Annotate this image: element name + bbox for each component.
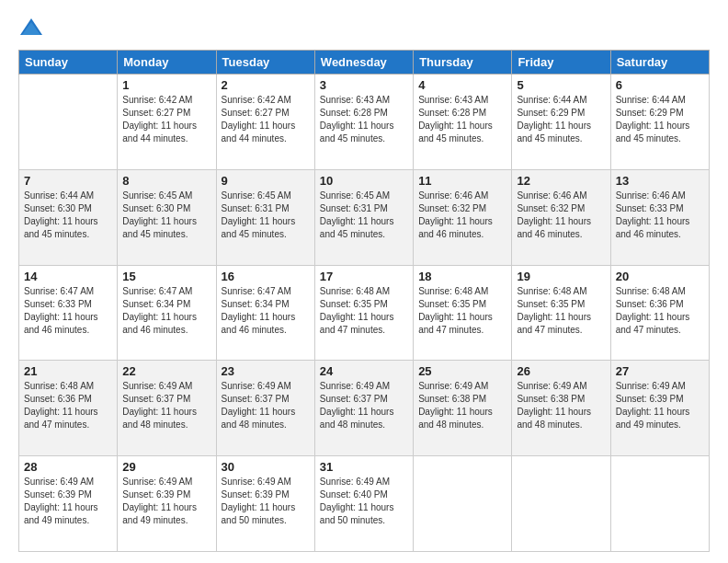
calendar-cell: 14Sunrise: 6:47 AMSunset: 6:33 PMDayligh…	[19, 265, 118, 361]
cell-info: Sunrise: 6:49 AMSunset: 6:37 PMDaylight:…	[122, 380, 210, 431]
calendar-cell: 30Sunrise: 6:49 AMSunset: 6:39 PMDayligh…	[216, 456, 314, 552]
calendar-table: Sunday Monday Tuesday Wednesday Thursday…	[18, 50, 710, 552]
cell-info: Sunrise: 6:49 AMSunset: 6:39 PMDaylight:…	[122, 476, 210, 527]
col-saturday: Saturday	[610, 51, 709, 75]
day-number: 22	[122, 364, 210, 378]
calendar-cell: 11Sunrise: 6:46 AMSunset: 6:32 PMDayligh…	[414, 169, 512, 265]
calendar-cell: 13Sunrise: 6:46 AMSunset: 6:33 PMDayligh…	[610, 169, 709, 265]
day-number: 16	[222, 270, 310, 283]
calendar-week-1: 1Sunrise: 6:42 AMSunset: 6:27 PMDaylight…	[19, 75, 710, 170]
cell-info: Sunrise: 6:48 AMSunset: 6:35 PMDaylight:…	[418, 285, 506, 337]
cell-info: Sunrise: 6:49 AMSunset: 6:39 PMDaylight:…	[24, 476, 112, 527]
calendar-body: 1Sunrise: 6:42 AMSunset: 6:27 PMDaylight…	[19, 75, 710, 552]
cell-info: Sunrise: 6:46 AMSunset: 6:32 PMDaylight:…	[418, 190, 506, 241]
cell-info: Sunrise: 6:42 AMSunset: 6:27 PMDaylight:…	[122, 94, 210, 145]
calendar-week-3: 14Sunrise: 6:47 AMSunset: 6:33 PMDayligh…	[19, 265, 710, 361]
cell-info: Sunrise: 6:48 AMSunset: 6:35 PMDaylight:…	[517, 285, 605, 337]
cell-info: Sunrise: 6:44 AMSunset: 6:29 PMDaylight:…	[517, 94, 605, 145]
calendar-cell	[414, 456, 512, 552]
cell-info: Sunrise: 6:43 AMSunset: 6:28 PMDaylight:…	[320, 94, 408, 145]
cell-info: Sunrise: 6:42 AMSunset: 6:27 PMDaylight:…	[222, 94, 310, 145]
day-number: 4	[418, 78, 506, 92]
calendar-cell: 29Sunrise: 6:49 AMSunset: 6:39 PMDayligh…	[118, 456, 216, 552]
cell-info: Sunrise: 6:47 AMSunset: 6:34 PMDaylight:…	[122, 285, 210, 337]
day-number: 14	[24, 270, 112, 283]
calendar-cell: 9Sunrise: 6:45 AMSunset: 6:31 PMDaylight…	[216, 169, 314, 265]
calendar-week-4: 21Sunrise: 6:48 AMSunset: 6:36 PMDayligh…	[19, 361, 710, 456]
calendar-cell: 23Sunrise: 6:49 AMSunset: 6:37 PMDayligh…	[216, 361, 314, 456]
day-number: 2	[222, 78, 310, 92]
cell-info: Sunrise: 6:49 AMSunset: 6:39 PMDaylight:…	[616, 380, 704, 431]
cell-info: Sunrise: 6:49 AMSunset: 6:37 PMDaylight:…	[222, 380, 310, 431]
cell-info: Sunrise: 6:45 AMSunset: 6:31 PMDaylight:…	[222, 190, 310, 241]
logo-icon	[18, 15, 44, 40]
day-number: 28	[24, 460, 112, 474]
col-sunday: Sunday	[19, 51, 118, 75]
cell-info: Sunrise: 6:48 AMSunset: 6:36 PMDaylight:…	[24, 380, 112, 431]
day-number: 26	[517, 364, 605, 378]
cell-info: Sunrise: 6:46 AMSunset: 6:32 PMDaylight:…	[517, 190, 605, 241]
day-number: 29	[122, 460, 210, 474]
logo	[18, 15, 48, 40]
day-number: 25	[418, 364, 506, 378]
day-number: 8	[122, 174, 210, 188]
col-friday: Friday	[512, 51, 610, 75]
day-number: 15	[122, 270, 210, 283]
cell-info: Sunrise: 6:49 AMSunset: 6:40 PMDaylight:…	[320, 476, 408, 527]
cell-info: Sunrise: 6:44 AMSunset: 6:30 PMDaylight:…	[24, 190, 112, 241]
day-number: 19	[517, 270, 605, 283]
day-number: 17	[320, 270, 408, 283]
cell-info: Sunrise: 6:46 AMSunset: 6:33 PMDaylight:…	[616, 190, 704, 241]
calendar-cell: 24Sunrise: 6:49 AMSunset: 6:37 PMDayligh…	[314, 361, 413, 456]
col-wednesday: Wednesday	[314, 51, 413, 75]
calendar-cell: 5Sunrise: 6:44 AMSunset: 6:29 PMDaylight…	[512, 75, 610, 170]
calendar-cell	[19, 75, 118, 170]
cell-info: Sunrise: 6:49 AMSunset: 6:39 PMDaylight:…	[222, 476, 310, 527]
day-number: 31	[320, 460, 408, 474]
calendar-cell: 7Sunrise: 6:44 AMSunset: 6:30 PMDaylight…	[19, 169, 118, 265]
cell-info: Sunrise: 6:49 AMSunset: 6:38 PMDaylight:…	[517, 380, 605, 431]
calendar-cell: 3Sunrise: 6:43 AMSunset: 6:28 PMDaylight…	[314, 75, 413, 170]
calendar-cell: 19Sunrise: 6:48 AMSunset: 6:35 PMDayligh…	[512, 265, 610, 361]
day-number: 23	[222, 364, 310, 378]
cell-info: Sunrise: 6:49 AMSunset: 6:37 PMDaylight:…	[320, 380, 408, 431]
calendar-cell: 15Sunrise: 6:47 AMSunset: 6:34 PMDayligh…	[118, 265, 216, 361]
calendar-cell: 1Sunrise: 6:42 AMSunset: 6:27 PMDaylight…	[118, 75, 216, 170]
day-number: 24	[320, 364, 408, 378]
page: Sunday Monday Tuesday Wednesday Thursday…	[0, 0, 728, 563]
cell-info: Sunrise: 6:47 AMSunset: 6:33 PMDaylight:…	[24, 285, 112, 337]
day-number: 20	[616, 270, 704, 283]
calendar-cell: 16Sunrise: 6:47 AMSunset: 6:34 PMDayligh…	[216, 265, 314, 361]
calendar-cell: 25Sunrise: 6:49 AMSunset: 6:38 PMDayligh…	[414, 361, 512, 456]
calendar-cell	[512, 456, 610, 552]
day-number: 13	[616, 174, 704, 188]
calendar-week-5: 28Sunrise: 6:49 AMSunset: 6:39 PMDayligh…	[19, 456, 710, 552]
cell-info: Sunrise: 6:48 AMSunset: 6:35 PMDaylight:…	[320, 285, 408, 337]
col-tuesday: Tuesday	[216, 51, 314, 75]
day-number: 11	[418, 174, 506, 188]
cell-info: Sunrise: 6:43 AMSunset: 6:28 PMDaylight:…	[418, 94, 506, 145]
header-row: Sunday Monday Tuesday Wednesday Thursday…	[19, 51, 710, 75]
day-number: 5	[517, 78, 605, 92]
calendar-cell: 2Sunrise: 6:42 AMSunset: 6:27 PMDaylight…	[216, 75, 314, 170]
cell-info: Sunrise: 6:45 AMSunset: 6:30 PMDaylight:…	[122, 190, 210, 241]
calendar-cell: 27Sunrise: 6:49 AMSunset: 6:39 PMDayligh…	[610, 361, 709, 456]
day-number: 12	[517, 174, 605, 188]
col-monday: Monday	[118, 51, 216, 75]
day-number: 1	[122, 78, 210, 92]
calendar-cell: 10Sunrise: 6:45 AMSunset: 6:31 PMDayligh…	[314, 169, 413, 265]
day-number: 10	[320, 174, 408, 188]
calendar-cell: 17Sunrise: 6:48 AMSunset: 6:35 PMDayligh…	[314, 265, 413, 361]
calendar-cell: 26Sunrise: 6:49 AMSunset: 6:38 PMDayligh…	[512, 361, 610, 456]
calendar-cell: 20Sunrise: 6:48 AMSunset: 6:36 PMDayligh…	[610, 265, 709, 361]
day-number: 7	[24, 174, 112, 188]
header	[18, 15, 710, 40]
calendar-cell: 22Sunrise: 6:49 AMSunset: 6:37 PMDayligh…	[118, 361, 216, 456]
cell-info: Sunrise: 6:49 AMSunset: 6:38 PMDaylight:…	[418, 380, 506, 431]
cell-info: Sunrise: 6:44 AMSunset: 6:29 PMDaylight:…	[616, 94, 704, 145]
cell-info: Sunrise: 6:47 AMSunset: 6:34 PMDaylight:…	[222, 285, 310, 337]
day-number: 6	[616, 78, 704, 92]
calendar-cell	[610, 456, 709, 552]
calendar-cell: 12Sunrise: 6:46 AMSunset: 6:32 PMDayligh…	[512, 169, 610, 265]
calendar-cell: 18Sunrise: 6:48 AMSunset: 6:35 PMDayligh…	[414, 265, 512, 361]
